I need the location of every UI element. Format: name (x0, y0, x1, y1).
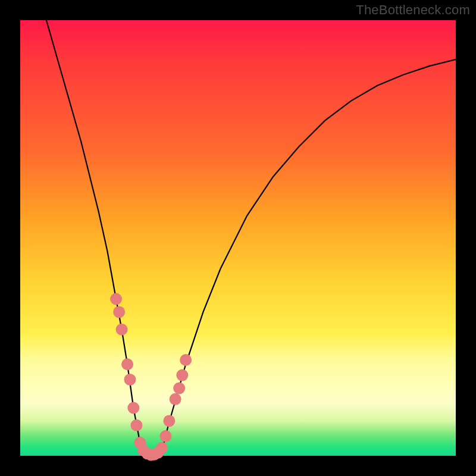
curve-layer (46, 20, 456, 456)
data-marker (159, 430, 171, 442)
data-marker (156, 442, 168, 454)
marker-layer (110, 293, 192, 461)
data-marker (163, 415, 175, 427)
data-marker (124, 374, 136, 386)
data-marker (110, 293, 122, 305)
data-marker (121, 358, 133, 370)
data-marker (116, 324, 128, 336)
plot-area (20, 20, 456, 456)
chart-frame: TheBottleneck.com (0, 0, 476, 476)
data-marker (176, 369, 188, 381)
data-marker (173, 383, 185, 394)
watermark-text: TheBottleneck.com (356, 2, 470, 18)
data-marker (180, 354, 192, 366)
bottleneck-curve (46, 20, 456, 456)
data-marker (130, 419, 142, 431)
data-marker (113, 306, 125, 318)
data-marker (170, 393, 181, 405)
data-marker (127, 402, 139, 414)
chart-svg (20, 20, 456, 456)
